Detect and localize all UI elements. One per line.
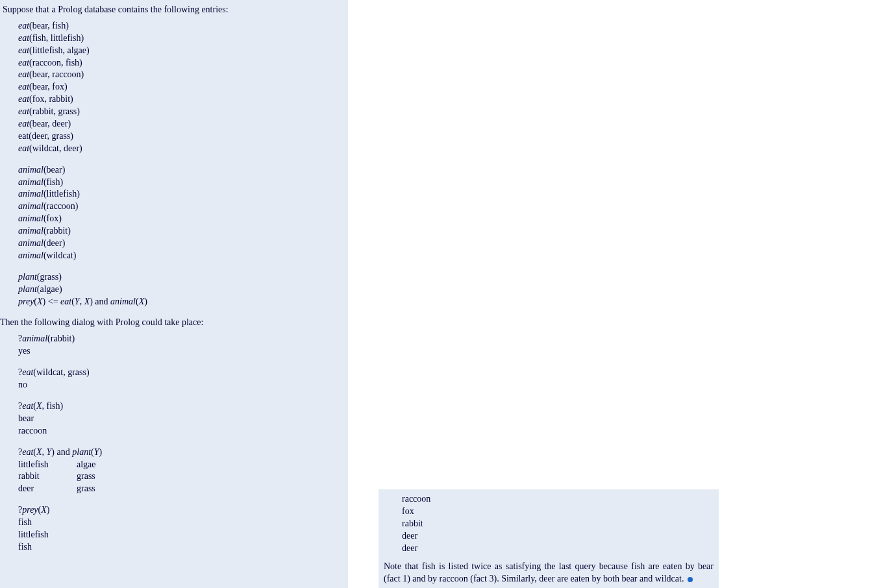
eat-fact: eat(deer, grass) — [18, 130, 348, 143]
animal-fact: animal(fish) — [18, 177, 348, 189]
prey-rule: prey(X) <= eat(Y, X) and animal(X) — [18, 296, 348, 308]
page: Suppose that a Prolog database contains … — [0, 0, 883, 588]
dialog-answer: deer — [402, 530, 714, 543]
dialog-answer-pair: rabbitgrass — [18, 471, 348, 483]
dialog-answer: fox — [402, 506, 714, 518]
eat-fact: eat(raccoon, fish) — [18, 57, 348, 69]
dialog-answer-col1: rabbit — [18, 471, 77, 483]
dialog-group: ?animal(rabbit)yes — [18, 333, 348, 358]
plant-fact: plant(algae) — [18, 284, 348, 296]
dialog-query: ?eat(X, Y) and plant(Y) — [18, 447, 348, 459]
eat-facts-block: eat(bear, fish)eat(fish, littlefish)eat(… — [18, 20, 348, 155]
dialog-answer: no — [18, 379, 348, 391]
eat-fact: eat(littlefish, algae) — [18, 45, 348, 57]
eat-fact: eat(bear, fish) — [18, 20, 348, 32]
eat-fact: eat(rabbit, grass) — [18, 106, 348, 118]
animal-fact: animal(fox) — [18, 213, 348, 225]
dialog-answer: littlefish — [18, 529, 348, 541]
eat-fact: eat(bear, fox) — [18, 81, 348, 93]
dialog-group: ?eat(X, Y) and plant(Y)littlefishalgaera… — [18, 447, 348, 496]
left-column: Suppose that a Prolog database contains … — [0, 0, 348, 588]
animal-fact: animal(littlefish) — [18, 188, 348, 201]
intro-paragraph: Suppose that a Prolog database contains … — [3, 4, 348, 16]
dialog-answer-col2: grass — [77, 471, 348, 483]
dialog-answer: bear — [18, 413, 348, 425]
dialog-answer-col1: littlefish — [18, 459, 77, 471]
plant-rule-block: plant(grass)plant(algae)prey(X) <= eat(Y… — [18, 271, 348, 308]
animal-fact: animal(deer) — [18, 238, 348, 250]
dialog-query: ?prey(X) — [18, 504, 348, 517]
dialog-answer-pair: littlefishalgae — [18, 459, 348, 471]
dialog-answer-pair: deergrass — [18, 483, 348, 495]
note-text: Note that fish is listed twice as satisf… — [384, 561, 714, 583]
note-paragraph: Note that fish is listed twice as satisf… — [384, 561, 714, 585]
dialog-query: ?animal(rabbit) — [18, 333, 348, 345]
dialog-intro: Then the following dialog with Prolog co… — [0, 317, 348, 329]
eat-fact: eat(bear, raccoon) — [18, 69, 348, 81]
dialog-group: ?eat(wildcat, grass)no — [18, 367, 348, 391]
dialog-answer: raccoon — [18, 425, 348, 437]
dialog-answer: fish — [18, 517, 348, 529]
dialog-query: ?eat(X, fish) — [18, 400, 348, 413]
dialog-query: ?eat(wildcat, grass) — [18, 367, 348, 379]
animal-fact: animal(raccoon) — [18, 201, 348, 213]
animal-fact: animal(wildcat) — [18, 250, 348, 262]
dialog-group: ?eat(X, fish)bearraccoon — [18, 400, 348, 437]
eat-fact: eat(bear, deer) — [18, 118, 348, 130]
animal-facts-block: animal(bear)animal(fish)animal(littlefis… — [18, 164, 348, 262]
end-dot-icon — [688, 577, 693, 582]
dialog-block: ?animal(rabbit)yes?eat(wildcat, grass)no… — [18, 333, 348, 553]
dialog-answer: raccoon — [402, 493, 714, 506]
plant-fact: plant(grass) — [18, 271, 348, 284]
dialog-answer: rabbit — [402, 518, 714, 530]
dialog-answer: fish — [18, 541, 348, 554]
right-continuation-box: raccoonfoxrabbitdeerdeer Note that fish … — [379, 489, 719, 588]
dialog-group: ?prey(X)fishlittlefishfish — [18, 504, 348, 554]
right-column: raccoonfoxrabbitdeerdeer Note that fish … — [348, 0, 883, 588]
dialog-answer: deer — [402, 543, 714, 555]
eat-fact: eat(fish, littlefish) — [18, 32, 348, 45]
right-results: raccoonfoxrabbitdeerdeer — [402, 493, 714, 554]
eat-fact: eat(wildcat, deer) — [18, 143, 348, 155]
animal-fact: animal(rabbit) — [18, 225, 348, 238]
dialog-answer: yes — [18, 345, 348, 358]
eat-fact: eat(fox, rabbit) — [18, 93, 348, 106]
dialog-answer-col1: deer — [18, 483, 77, 495]
dialog-answer-col2: grass — [77, 483, 348, 495]
dialog-answer-col2: algae — [77, 459, 348, 471]
animal-fact: animal(bear) — [18, 164, 348, 177]
